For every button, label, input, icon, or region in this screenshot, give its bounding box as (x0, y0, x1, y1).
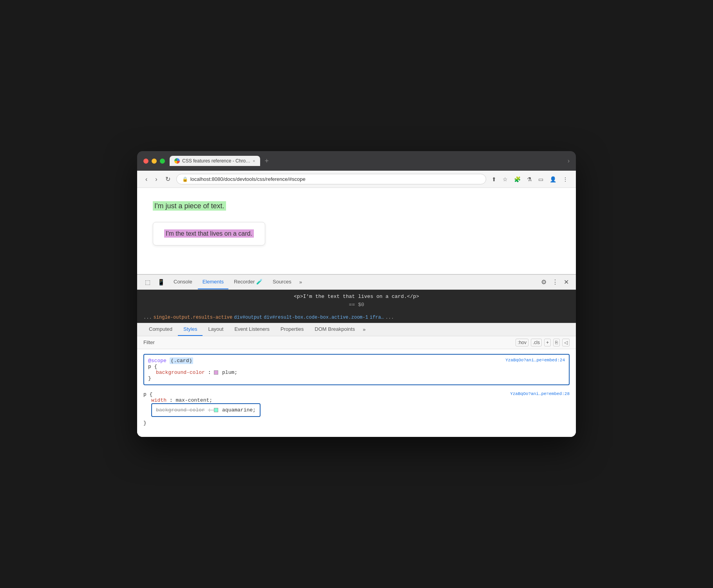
tab-favicon (174, 158, 180, 164)
breadcrumb-ellipsis-end: ... (385, 315, 394, 320)
tab-layout[interactable]: Layout (203, 323, 229, 336)
cls-button[interactable]: .cls (531, 339, 542, 346)
strikethrough-property-block: background-color : aquamarine; (151, 403, 261, 417)
tab-bar: CSS features reference - Chro… × + (170, 156, 563, 166)
scope-rule-source[interactable]: YzaBqOo?ani…pe=embed:24 (505, 358, 565, 363)
dom-element-text: <p>I'm the text that lives on a card.</p… (143, 293, 570, 301)
filter-actions: :hov .cls + ⎘ ◁ (516, 339, 570, 346)
scope-properties: background-color : plum; (148, 370, 237, 375)
toggle-sidebar-button[interactable]: ◁ (562, 339, 570, 346)
width-value: max-content; (176, 397, 212, 403)
card-text: I'm the text that lives on a card. (164, 229, 254, 238)
dom-tag: <p>I'm the text that lives on a card.</p… (294, 294, 419, 299)
reload-button[interactable]: ↻ (163, 175, 172, 184)
scope-keyword: @scope (148, 358, 166, 364)
devtools-panel: ⬚ 📱 Console Elements Recorder 🧪 Sources … (137, 274, 576, 437)
css-p-selector: p { (148, 364, 157, 370)
tab-elements[interactable]: Elements (198, 275, 228, 289)
aquamarine-value: aquamarine; (222, 407, 256, 413)
bg-color-strikethrough: background-color (156, 407, 205, 413)
background-color-property: background-color (156, 370, 205, 375)
tab-overflow-icon[interactable]: › (568, 157, 570, 164)
width-property: width (151, 397, 166, 403)
plain-text-wrapper: I'm just a piece of text. (153, 200, 560, 212)
profile-icon[interactable]: 👤 (548, 175, 558, 184)
dom-element-display: <p>I'm the text that lives on a card.</p… (137, 290, 576, 312)
dom-eq-text: == $0 (143, 301, 570, 309)
sidebar-icon[interactable]: ▭ (537, 175, 545, 184)
filter-label: Filter (143, 339, 155, 345)
width-property-line: width : max-content; (151, 397, 261, 403)
css-closing-brace-2: } (143, 420, 147, 426)
devtools-toolbar: ⬚ 📱 Console Elements Recorder 🧪 Sources … (137, 275, 576, 290)
card-element: I'm the text that lives on a card. (153, 222, 265, 245)
page-content: I'm just a piece of text. I'm the text t… (137, 188, 576, 274)
width-colon: : (170, 397, 176, 403)
browser-window: CSS features reference - Chro… × + › ‹ ›… (137, 151, 576, 437)
flask-icon[interactable]: ⚗ (525, 175, 534, 184)
copy-styles-button[interactable]: ⎘ (553, 339, 560, 346)
back-button[interactable]: ‹ (143, 175, 149, 184)
bg-colon-strikethrough: : (208, 407, 214, 413)
inspect-element-button[interactable]: ⬚ (142, 276, 154, 289)
new-tab-button[interactable]: + (262, 156, 272, 166)
maximize-button[interactable] (160, 159, 165, 164)
extension-icon[interactable]: 🧩 (512, 175, 522, 184)
more-tabs-icon[interactable]: » (297, 276, 304, 288)
tab-event-listeners[interactable]: Event Listeners (229, 323, 275, 336)
tab-styles[interactable]: Styles (178, 323, 203, 336)
p-rule-source-line: p { width : max-content; background-colo… (143, 391, 570, 426)
rule-source-line: @scope (.card) p { background-color : pl… (148, 358, 565, 381)
share-icon[interactable]: ⬆ (490, 175, 498, 184)
breadcrumb-part-1[interactable]: single-output.results-active (154, 315, 233, 320)
p-css-rule: p { width : max-content; background-colo… (143, 391, 570, 426)
p-selector-line: p { (148, 364, 237, 370)
address-input[interactable]: 🔒 localhost:8080/docs/devtools/css/refer… (176, 174, 486, 184)
address-text: localhost:8080/docs/devtools/css/referen… (190, 176, 480, 182)
plum-value: plum; (222, 370, 237, 375)
p-rule-content: p { width : max-content; background-colo… (143, 391, 261, 426)
close-button[interactable] (143, 159, 148, 164)
minimize-button[interactable] (152, 159, 157, 164)
tab-sources[interactable]: Sources (268, 275, 296, 289)
tab-console[interactable]: Console (169, 275, 197, 289)
hov-button[interactable]: :hov (516, 339, 528, 346)
security-lock-icon: 🔒 (182, 177, 188, 182)
aquamarine-color-swatch[interactable] (214, 408, 218, 412)
tab-computed[interactable]: Computed (143, 323, 178, 336)
css-rules-panel: @scope (.card) p { background-color : pl… (137, 349, 576, 437)
plum-color-swatch[interactable] (214, 370, 218, 375)
scope-selector: (.card) (170, 357, 194, 364)
add-style-button[interactable]: + (544, 339, 551, 346)
breadcrumb-part-3[interactable]: div#result-box.code-box.active.zoom-1 (264, 315, 368, 320)
css-p-selector-2: p { (143, 391, 152, 397)
dom-eq-label: == $0 (349, 302, 364, 308)
scope-css-rule: @scope (.card) p { background-color : pl… (143, 354, 570, 385)
menu-icon[interactable]: ⋮ (561, 175, 570, 184)
more-styles-tabs-icon[interactable]: » (360, 323, 368, 335)
breadcrumb-part-4[interactable]: ifra… (370, 315, 384, 320)
devtools-more-button[interactable]: ⋮ (550, 276, 561, 288)
devtools-settings-button[interactable]: ⚙ (539, 276, 549, 288)
p-selector-wrapper: p { (143, 391, 261, 397)
css-closing-brace: } (148, 375, 151, 381)
breadcrumb-part-2[interactable]: div#output (234, 315, 262, 320)
styles-tabs: Computed Styles Layout Event Listeners P… (137, 323, 576, 336)
tab-close-icon[interactable]: × (253, 159, 255, 163)
device-toolbar-button[interactable]: 📱 (154, 276, 168, 289)
address-bar: ‹ › ↻ 🔒 localhost:8080/docs/devtools/css… (137, 171, 576, 188)
closing-brace-scope: } (148, 375, 237, 381)
closing-brace-p: } (143, 420, 261, 426)
tab-recorder[interactable]: Recorder 🧪 (229, 275, 267, 289)
filter-bar: Filter :hov .cls + ⎘ ◁ (137, 336, 576, 349)
forward-button[interactable]: › (153, 175, 159, 184)
tab-dom-breakpoints[interactable]: DOM Breakpoints (309, 323, 360, 336)
bookmark-icon[interactable]: ☆ (501, 175, 509, 184)
scope-rule-content: @scope (.card) p { background-color : pl… (148, 358, 237, 381)
tab-properties[interactable]: Properties (275, 323, 309, 336)
tab-label: CSS features reference - Chro… (182, 158, 250, 164)
devtools-close-button[interactable]: ✕ (561, 276, 571, 288)
p-rule-source[interactable]: YzaBqOo?ani…pe=embed:28 (510, 391, 570, 396)
scope-declaration: @scope (.card) (148, 358, 237, 364)
active-tab[interactable]: CSS features reference - Chro… × (170, 156, 260, 166)
